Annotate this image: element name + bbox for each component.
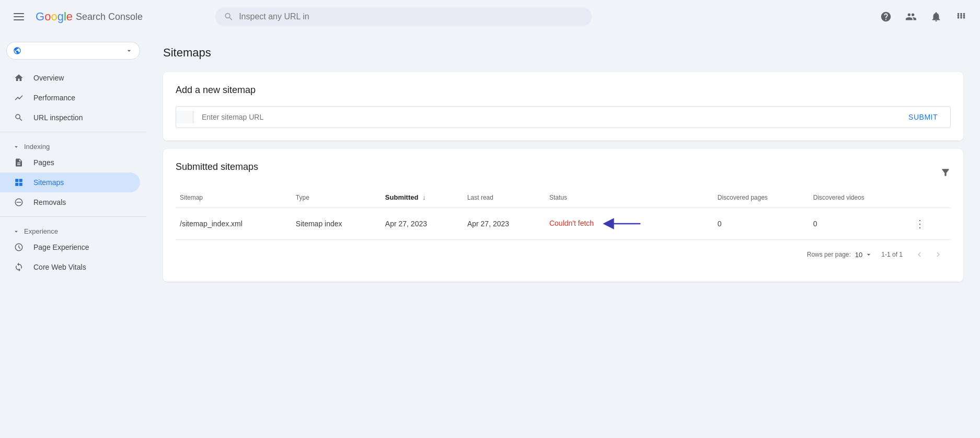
sitemap-url-input[interactable] (193, 107, 896, 128)
sidebar-item-removals-label: Removals (33, 198, 66, 206)
cell-status: Couldn't fetch (545, 208, 713, 240)
cell-row-actions: ⋮ (906, 208, 951, 240)
notifications-button[interactable] (926, 6, 947, 27)
apps-button[interactable] (951, 6, 972, 27)
col-header-sitemap: Sitemap (176, 187, 292, 208)
cell-submitted: Apr 27, 2023 (381, 208, 463, 240)
sidebar: Overview Performance URL inspection (0, 33, 146, 438)
col-header-discovered-videos: Discovered videos (809, 187, 906, 208)
header-actions (875, 6, 972, 27)
submitted-sitemaps-title: Submitted sitemaps (176, 162, 258, 172)
sidebar-item-sitemaps-label: Sitemaps (33, 178, 64, 187)
col-header-last-read: Last read (463, 187, 545, 208)
sidebar-item-page-experience-label: Page Experience (33, 243, 89, 251)
google-logo[interactable]: Google Search Console (36, 10, 143, 24)
filter-icon[interactable] (940, 167, 951, 178)
add-sitemap-title: Add a new sitemap (176, 85, 951, 96)
prev-page-button[interactable] (911, 246, 928, 263)
next-page-button[interactable] (930, 246, 947, 263)
rows-per-page-selector[interactable]: 10 (855, 250, 873, 259)
table-header-row: Submitted sitemaps (176, 162, 951, 183)
logo-google-text: Google (36, 10, 73, 24)
search-icon (224, 11, 234, 22)
cell-discovered-videos: 0 (809, 208, 906, 240)
logo-product-name: Search Console (76, 11, 143, 22)
search-bar[interactable] (215, 7, 592, 26)
col-header-actions (906, 187, 951, 208)
rows-per-page-label: Rows per page: (807, 251, 851, 258)
col-header-status: Status (545, 187, 713, 208)
rows-per-page-value: 10 (855, 251, 862, 259)
chevron-left-icon (915, 250, 924, 259)
chevron-down-rows-icon (864, 250, 873, 259)
sidebar-item-performance-label: Performance (33, 94, 75, 102)
svg-rect-2 (14, 19, 24, 20)
url-inspection-icon (13, 113, 25, 122)
sidebar-item-core-web-vitals[interactable]: Core Web Vitals (0, 257, 140, 277)
row-menu-button[interactable]: ⋮ (910, 216, 929, 232)
sidebar-item-pages[interactable]: Pages (0, 153, 140, 172)
cell-discovered-pages: 0 (713, 208, 809, 240)
page-title: Sitemaps (163, 46, 963, 60)
sidebar-item-overview-label: Overview (33, 74, 64, 82)
header-left: Google Search Console (8, 6, 207, 27)
nav-divider-1 (0, 132, 146, 132)
col-header-discovered-pages: Discovered pages (713, 187, 809, 208)
cell-type: Sitemap index (292, 208, 381, 240)
pagination-buttons (911, 246, 947, 263)
app-layout: Overview Performance URL inspection (0, 33, 980, 438)
sitemaps-icon (13, 178, 25, 187)
submit-button[interactable]: SUBMIT (896, 107, 950, 128)
home-icon (13, 73, 25, 83)
header: Google Search Console (0, 0, 980, 33)
sidebar-item-overview[interactable]: Overview (0, 68, 140, 88)
pages-icon (13, 158, 25, 167)
sidebar-item-core-web-vitals-label: Core Web Vitals (33, 263, 86, 271)
chevron-right-icon (933, 250, 943, 259)
cell-last-read: Apr 27, 2023 (463, 208, 545, 240)
pagination-info: 1-1 of 1 (881, 251, 903, 258)
sitemap-url-prefix (176, 111, 193, 123)
svg-rect-0 (14, 13, 24, 14)
sitemaps-table: Sitemap Type Submitted ↓ Last read (176, 187, 951, 240)
experience-section-label: Experience (24, 227, 58, 235)
add-sitemap-card: Add a new sitemap SUBMIT (163, 72, 963, 141)
submitted-sitemaps-card: Submitted sitemaps Sitemap Type (163, 149, 963, 282)
sidebar-item-removals[interactable]: Removals (0, 192, 140, 212)
sitemap-input-row: SUBMIT (176, 106, 951, 128)
chevron-down-icon (125, 47, 133, 55)
svg-rect-1 (14, 16, 24, 17)
table-row: /sitemap_index.xml Sitemap index Apr 27,… (176, 208, 951, 240)
col-header-type: Type (292, 187, 381, 208)
core-web-vitals-icon (13, 262, 25, 272)
sidebar-item-sitemaps[interactable]: Sitemaps (0, 172, 140, 192)
chevron-down-icon-indexing (13, 143, 20, 151)
chevron-down-icon-experience (13, 228, 20, 235)
table-footer: Rows per page: 10 1-1 of 1 (176, 240, 951, 269)
experience-section-header[interactable]: Experience (0, 221, 146, 237)
admin-icon-button[interactable] (901, 6, 921, 27)
sort-arrow: ↓ (422, 193, 426, 201)
globe-icon (13, 47, 21, 55)
status-badge: Couldn't fetch (549, 219, 594, 227)
hamburger-menu[interactable] (8, 6, 29, 27)
search-input[interactable] (239, 12, 583, 21)
help-button[interactable] (875, 6, 896, 27)
col-header-submitted[interactable]: Submitted ↓ (381, 187, 463, 208)
rows-per-page: Rows per page: 10 (807, 250, 873, 259)
nav-divider-2 (0, 216, 146, 217)
sidebar-item-url-inspection[interactable]: URL inspection (0, 108, 140, 128)
sidebar-item-pages-label: Pages (33, 158, 54, 167)
sidebar-item-url-inspection-label: URL inspection (33, 113, 83, 122)
removals-icon (13, 198, 25, 207)
annotation-arrow (602, 216, 644, 231)
sidebar-item-page-experience[interactable]: Page Experience (0, 237, 140, 257)
main-content: Sitemaps Add a new sitemap SUBMIT Submit… (146, 33, 980, 438)
indexing-section-label: Indexing (24, 143, 50, 151)
property-selector[interactable] (6, 42, 140, 60)
sidebar-item-performance[interactable]: Performance (0, 88, 140, 108)
page-experience-icon (13, 243, 25, 252)
arrow-icon (602, 216, 644, 231)
indexing-section-header[interactable]: Indexing (0, 136, 146, 153)
performance-icon (13, 93, 25, 102)
